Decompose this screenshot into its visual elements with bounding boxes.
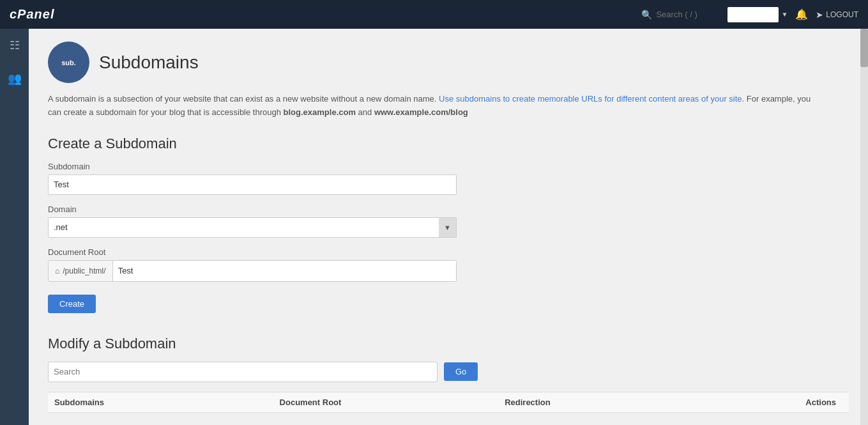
domain-label: Domain [48,205,457,214]
domain-select-wrapper: .net ▼ [48,217,457,238]
create-section-title: Create a Subdomain [48,135,849,152]
col-header-redirection: Redirection [498,398,724,407]
logout-icon: ➤ [816,10,823,20]
modify-section: Modify a Subdomain Go Subdomains Documen… [48,336,849,413]
subdomain-label: Subdomain [48,162,457,171]
sidebar-grid-icon[interactable]: ☷ [6,35,23,56]
modify-section-title: Modify a Subdomain [48,336,849,352]
nav-search-input[interactable] [656,10,720,19]
search-icon: 🔍 [641,10,652,20]
page-description: A subdomain is a subsection of your webs… [48,93,814,120]
domain-select[interactable]: .net [48,217,457,238]
user-box [727,7,779,22]
logout-button[interactable]: ➤ LOGOUT [816,10,858,20]
search-input[interactable] [48,362,438,382]
bell-icon[interactable]: 🔔 [795,8,808,20]
user-dropdown[interactable]: ▼ [727,7,788,22]
document-root-prefix: ⌂ /public_html/ [49,261,113,281]
home-icon: ⌂ [55,267,59,275]
description-link[interactable]: Use subdomains to create memorable URLs … [439,94,744,104]
search-row: Go [48,362,849,382]
subdomain-input[interactable] [48,174,457,195]
document-root-group: Document Root ⌂ /public_html/ [48,247,849,282]
col-header-document-root: Document Root [273,398,499,407]
navbar: cPanel 🔍 ▼ 🔔 ➤ LOGOUT [0,0,868,29]
document-root-input[interactable] [113,261,456,281]
create-button[interactable]: Create [48,295,96,313]
subdomain-form-group: Subdomain [48,162,457,195]
page-header: sub. Subdomains [48,42,849,83]
sidebar: ☷ 👥 [0,29,29,425]
col-header-actions: Actions [724,398,849,407]
nav-search[interactable]: 🔍 [641,10,720,20]
chevron-down-icon: ▼ [781,11,788,18]
document-root-input-wrapper: ⌂ /public_html/ [48,260,457,282]
col-header-subdomains: Subdomains [48,398,273,407]
table-header: Subdomains Document Root Redirection Act… [48,392,849,413]
scrollbar-track[interactable] [860,29,868,425]
sidebar-users-icon[interactable]: 👥 [4,68,25,89]
document-root-label: Document Root [48,247,849,257]
page-title: Subdomains [99,52,199,73]
main-content: sub. Subdomains A subdomain is a subsect… [29,29,868,425]
domain-form-group: Domain .net ▼ [48,205,457,238]
page-icon: sub. [48,42,89,83]
go-button[interactable]: Go [444,362,478,381]
scrollbar-thumb[interactable] [860,29,868,67]
brand-logo: cPanel [10,7,54,22]
